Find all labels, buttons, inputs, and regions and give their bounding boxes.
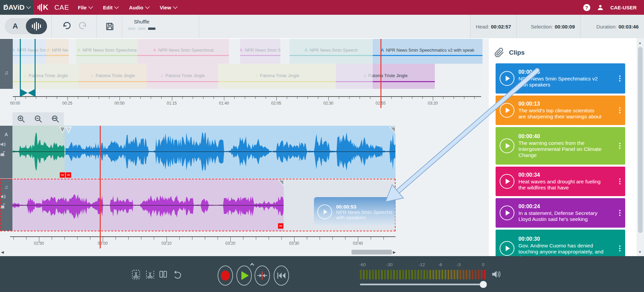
product-brand: K CAE [38, 3, 69, 11]
skip-to-start-button[interactable] [274, 266, 289, 286]
overview-dim-region [13, 39, 373, 89]
play-button[interactable] [500, 71, 514, 86]
crossfade-handle-icon[interactable] [59, 127, 72, 133]
kebab-menu-icon[interactable] [618, 75, 621, 81]
range-out-marker[interactable] [35, 39, 36, 97]
ruler-label: 03:10 [162, 241, 172, 246]
zoom-in-button[interactable] [17, 115, 26, 123]
clip-card[interactable]: 00:00:24In a statement, Defense Secretar… [496, 198, 625, 228]
clip-card[interactable]: 00:00:13The world's top climate scientis… [496, 96, 625, 125]
product-name: CAE [54, 4, 69, 11]
clip-duration: 00:00:40 [518, 133, 614, 139]
menu-audio[interactable]: Audio [129, 5, 149, 10]
redo-button[interactable] [79, 22, 88, 31]
scroll-right-arrow-icon[interactable]: ▶ [393, 250, 396, 254]
music-note-icon: ♫ [0, 184, 12, 190]
scroll-up-arrow-icon[interactable]: ▲ [638, 41, 642, 45]
menu-file[interactable]: File [78, 5, 92, 10]
shuffle-label: Shuffle [126, 19, 158, 24]
cut-marker[interactable] [66, 172, 71, 178]
lock-open-icon[interactable] [0, 203, 12, 209]
scroll-left-arrow-icon[interactable]: ◀ [1, 250, 4, 254]
record-icon [221, 271, 230, 281]
play-icon [506, 76, 510, 81]
range-in-marker[interactable] [20, 39, 21, 97]
play-options-caret-icon[interactable] [250, 263, 255, 266]
vertical-scrollbar[interactable]: ▲ ▼ [637, 38, 644, 256]
lock-open-icon[interactable] [0, 151, 12, 157]
undo-button[interactable] [61, 22, 71, 31]
waveform-mode-button[interactable] [26, 18, 47, 34]
clip-description: Heat waves and drought are fueling [518, 179, 614, 185]
ruler-label: 02:50 [34, 241, 44, 246]
volume-icon[interactable] [492, 270, 501, 278]
horizontal-scrollbar[interactable] [352, 250, 392, 254]
track1-waveform-area[interactable] [12, 126, 396, 178]
overview-playhead[interactable] [380, 39, 381, 108]
menu-view[interactable]: View [160, 5, 177, 10]
speaker-icon[interactable] [0, 194, 12, 199]
level-meter [360, 270, 486, 279]
text-mode-button[interactable]: A [5, 18, 26, 34]
ruler-label: 02:05 [271, 101, 281, 106]
selection-time: Selection:00:00:09 [516, 15, 580, 38]
clip-description: Lloyd Austin said he's seeking [518, 216, 614, 222]
kebab-menu-icon[interactable] [618, 107, 621, 113]
clip-card[interactable]: 00:00:40The warning comes from theInterg… [496, 127, 625, 165]
fade-handle-icon[interactable] [278, 180, 284, 186]
zoom-out-button[interactable] [34, 115, 43, 123]
play-icon [506, 246, 510, 251]
clip-card[interactable]: 00:00:30Gov. Andrew Cuomo has deniedtouc… [496, 230, 625, 256]
shuffle-control[interactable]: Shuffle [126, 19, 158, 34]
chevron-down-icon [173, 4, 178, 9]
overview-clip[interactable]: ANPR News 5min Speechmatics v2 with spea… [373, 39, 482, 64]
kebab-menu-icon[interactable] [618, 245, 621, 251]
menu-edit[interactable]: Edit [103, 5, 118, 10]
cut-marker[interactable] [60, 172, 65, 178]
play-button[interactable] [500, 138, 514, 153]
cut-marker[interactable] [278, 223, 283, 229]
revert-button[interactable] [171, 270, 182, 280]
speaker-icon[interactable] [0, 142, 12, 147]
mode-toggle: A [5, 18, 47, 34]
kebab-menu-icon[interactable] [618, 143, 621, 149]
kebab-menu-icon[interactable] [618, 210, 621, 216]
record-button[interactable] [218, 266, 233, 286]
range-out-flag-icon[interactable] [28, 89, 35, 97]
clip-description: Gov. Andrew Cuomo has denied [518, 243, 614, 249]
kebab-menu-icon[interactable] [618, 178, 621, 184]
ruler-label: 03:20 [428, 101, 438, 106]
zoom-fit-button[interactable] [51, 115, 60, 123]
zoom-fit-icon [51, 115, 60, 123]
play-icon [317, 205, 332, 219]
cut-selection-button[interactable] [132, 270, 140, 280]
track2-header: ♫ [0, 179, 12, 231]
save-button[interactable] [105, 22, 114, 31]
vertical-scrollbar-thumb[interactable] [638, 47, 643, 233]
user-name[interactable]: CAE-USER [610, 5, 637, 10]
clip-card[interactable]: 00:00:53NPR News 5min Speechmatics v2wit… [496, 63, 625, 94]
play-icon [506, 143, 510, 149]
fade-handle-icon[interactable] [389, 127, 396, 133]
play-button[interactable] [500, 103, 514, 118]
collapse-to-cursor-button[interactable] [255, 266, 270, 286]
ruler-label: 01:40 [219, 101, 229, 106]
editor-playhead[interactable] [100, 126, 101, 248]
volume-slider[interactable] [360, 284, 486, 285]
scroll-down-arrow-icon[interactable]: ▼ [638, 250, 642, 254]
ghost-clip-duration: 00:00:53 [336, 204, 392, 210]
range-in-flag-icon[interactable] [21, 89, 28, 97]
volume-slider-knob[interactable] [480, 281, 487, 288]
clip-duration: 00:00:34 [518, 172, 614, 178]
play-button[interactable] [500, 241, 514, 256]
skip-start-icon [277, 272, 286, 279]
split-button[interactable] [159, 270, 168, 279]
help-icon[interactable]: ? [583, 4, 590, 11]
clip-card[interactable]: 00:00:34Heat waves and drought are fueli… [496, 167, 625, 196]
play-button[interactable] [236, 266, 252, 286]
ruler-label: 03:30 [289, 241, 299, 246]
user-icon[interactable] [597, 4, 604, 11]
play-button[interactable] [500, 206, 514, 220]
play-button[interactable] [500, 174, 514, 189]
cut-split-button[interactable] [145, 270, 155, 280]
